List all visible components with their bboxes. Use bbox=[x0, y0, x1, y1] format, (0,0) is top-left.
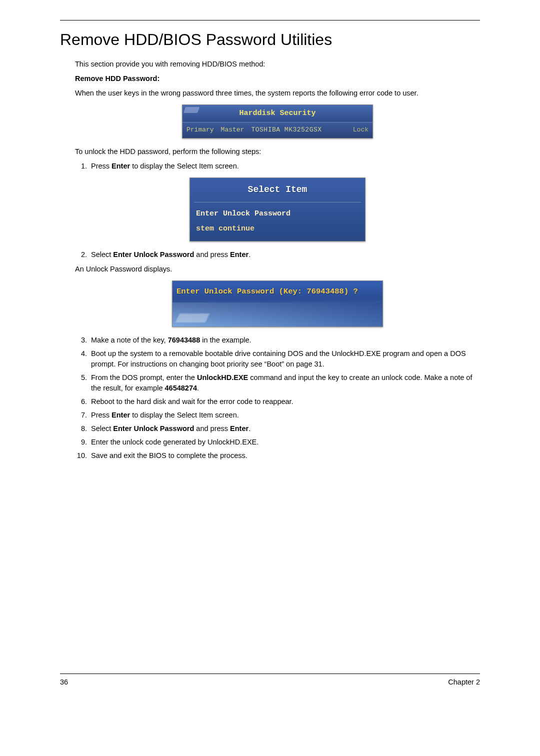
step-4: Boot up the system to a removable bootab… bbox=[89, 348, 480, 370]
after-step2: An Unlock Password displays. bbox=[75, 264, 480, 274]
page-number: 36 bbox=[60, 678, 68, 686]
step7-post: to display the Select Item screen. bbox=[130, 411, 239, 419]
step-7: Press Enter to display the Select Item s… bbox=[89, 410, 480, 420]
page-footer: 36 Chapter 2 bbox=[60, 674, 480, 686]
steps-list-c: Make a note of the key, 76943488 in the … bbox=[75, 335, 480, 461]
step-10: Save and exit the BIOS to complete the p… bbox=[89, 450, 480, 461]
step8-mid: and press bbox=[194, 424, 230, 432]
bios3-prompt-post: ) ? bbox=[344, 287, 358, 296]
bios2-footer bbox=[190, 236, 365, 238]
bios1-device: TOSHIBA MK3252GSX bbox=[251, 126, 322, 135]
bios1-primary: Primary bbox=[186, 126, 214, 135]
step1-bold: Enter bbox=[112, 162, 130, 170]
bios2-divider bbox=[194, 202, 361, 202]
subhead: Remove HDD Password: bbox=[75, 74, 480, 84]
bios1-header-text: Harddisk Security bbox=[239, 109, 316, 118]
step5-pre: From the DOS prompt, enter the bbox=[91, 374, 197, 382]
document-page: Remove HDD/BIOS Password Utilities This … bbox=[45, 0, 495, 700]
step-9: Enter the unlock code generated by Unloc… bbox=[89, 437, 480, 448]
step5-b1: UnlockHD.EXE bbox=[197, 374, 248, 382]
step3-pre: Make a note of the key, bbox=[91, 336, 168, 344]
figure-harddisk-security: Harddisk Security Primary Master TOSHIBA… bbox=[75, 104, 480, 138]
bios1-header: Harddisk Security bbox=[182, 105, 372, 122]
intro-text: This section provide you with removing H… bbox=[75, 59, 480, 70]
chapter-label: Chapter 2 bbox=[448, 678, 480, 686]
step8-b2: Enter bbox=[230, 424, 248, 432]
lead-text: When the user keys in the wrong password… bbox=[75, 88, 480, 98]
step1-post: to display the Select Item screen. bbox=[130, 162, 239, 170]
step2-b1: Enter Unlock Password bbox=[113, 250, 194, 258]
step2-post: . bbox=[248, 250, 250, 258]
bios-screenshot-3: Enter Unlock Password (Key: 76943488) ? bbox=[172, 280, 383, 326]
step8-b1: Enter Unlock Password bbox=[113, 424, 194, 432]
step2-b2: Enter bbox=[230, 250, 248, 258]
bios-screenshot-2: Select Item Enter Unlock Password stem c… bbox=[190, 178, 366, 242]
step7-bold: Enter bbox=[112, 411, 130, 419]
step-2: Select Enter Unlock Password and press E… bbox=[89, 250, 480, 260]
step3-post: in the example. bbox=[200, 336, 251, 344]
step-3: Make a note of the key, 76943488 in the … bbox=[89, 335, 480, 346]
step8-pre: Select bbox=[91, 424, 113, 432]
bios1-row: Primary Master TOSHIBA MK3252GSX Lock bbox=[182, 122, 372, 138]
bios3-prompt: Enter Unlock Password (Key: 76943488) ? bbox=[172, 281, 382, 302]
page-title: Remove HDD/BIOS Password Utilities bbox=[60, 30, 480, 49]
step-8: Select Enter Unlock Password and press E… bbox=[89, 424, 480, 434]
step2-pre: Select bbox=[91, 250, 113, 258]
step-6: Reboot to the hard disk and wait for the… bbox=[89, 396, 480, 407]
steps-list-b: Select Enter Unlock Password and press E… bbox=[75, 250, 480, 260]
unlock-intro: To unlock the HDD password, perform the … bbox=[75, 146, 480, 157]
step-5: From the DOS prompt, enter the UnlockHD.… bbox=[89, 372, 480, 394]
bios-screenshot-1: Harddisk Security Primary Master TOSHIBA… bbox=[182, 104, 373, 138]
bios2-option-continue: stem continue bbox=[190, 222, 365, 236]
bios3-key: 76943488 bbox=[306, 287, 344, 296]
figure-unlock-prompt: Enter Unlock Password (Key: 76943488) ? bbox=[75, 280, 480, 326]
step-1: Press Enter to display the Select Item s… bbox=[89, 161, 480, 172]
bios3-space bbox=[172, 302, 382, 326]
step5-b2: 46548274 bbox=[165, 384, 198, 392]
step3-bold: 76943488 bbox=[168, 336, 200, 344]
step5-post: . bbox=[197, 384, 199, 392]
bios2-option-unlock: Enter Unlock Password bbox=[190, 206, 365, 222]
body-content: This section provide you with removing H… bbox=[75, 59, 480, 461]
figure-select-item: Select Item Enter Unlock Password stem c… bbox=[75, 178, 480, 242]
bios1-master: Master bbox=[221, 126, 244, 135]
bios2-title: Select Item bbox=[190, 183, 365, 196]
step8-post: . bbox=[248, 424, 250, 432]
bios3-prompt-pre: Enter Unlock Password (Key: bbox=[176, 287, 306, 296]
bios1-state: Lock bbox=[353, 126, 368, 135]
step1-pre: Press bbox=[91, 162, 112, 170]
top-rule bbox=[60, 20, 480, 20]
steps-list-a: Press Enter to display the Select Item s… bbox=[75, 161, 480, 172]
footer-row: 36 Chapter 2 bbox=[60, 678, 480, 686]
glare-icon bbox=[184, 107, 200, 113]
step2-mid: and press bbox=[194, 250, 230, 258]
step7-pre: Press bbox=[91, 411, 112, 419]
footer-rule bbox=[60, 674, 480, 674]
